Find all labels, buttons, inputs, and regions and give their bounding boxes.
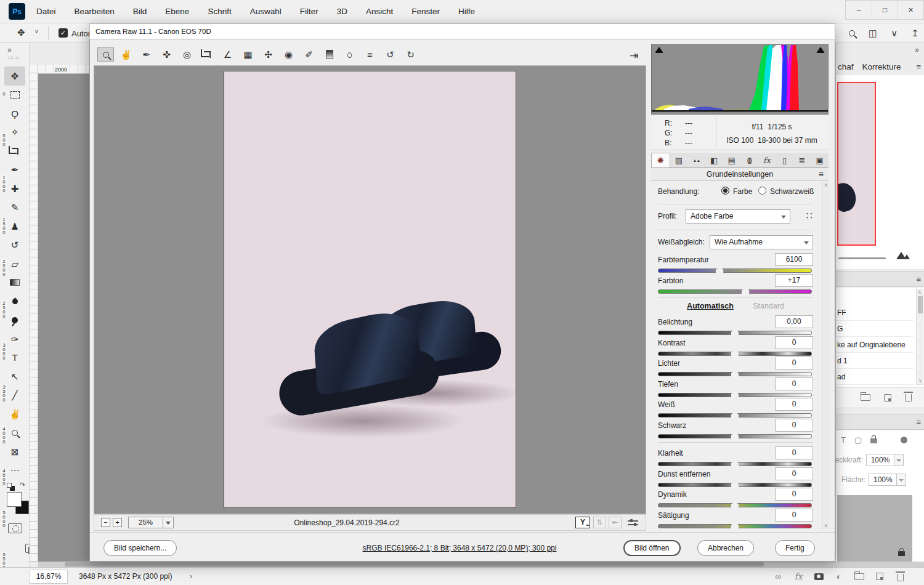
flaeche-chevron[interactable] [897, 474, 906, 486]
preferences-icon[interactable]: ≡ [362, 47, 378, 62]
frame-tool[interactable]: ⊠ [4, 442, 25, 461]
menu-item[interactable]: Ansicht [366, 7, 393, 16]
radial-filter-tool[interactable]: ○ [341, 47, 358, 62]
slider-value-field[interactable]: 0 [775, 336, 813, 349]
slider-thumb[interactable] [731, 501, 739, 509]
tab-teiltonung[interactable]: ▤ [723, 153, 740, 167]
move-tool-icon[interactable]: ✥ [17, 27, 25, 38]
highlight-clip-icon[interactable] [816, 47, 825, 53]
slider-track[interactable] [658, 462, 812, 466]
navigator-thumbnail[interactable] [837, 82, 876, 246]
new-state-icon[interactable] [884, 394, 891, 401]
eyedropper-tool[interactable]: ✒ [4, 161, 25, 180]
open-image-button[interactable]: Bild öffnen [623, 540, 681, 556]
new-layer-icon[interactable] [873, 571, 886, 582]
horizontal-scrollbar[interactable] [38, 562, 924, 567]
adjustment-layer-icon[interactable]: ◐ [833, 571, 845, 582]
lock-frame-icon[interactable]: ▢ [854, 435, 862, 445]
profile-browser-icon[interactable]: ∷ [806, 210, 813, 222]
delete-layer-icon[interactable] [894, 571, 906, 582]
rotate-left-button[interactable]: ↺ [382, 47, 399, 62]
slider-value-field[interactable]: +17 [775, 274, 813, 287]
profil-dropdown[interactable]: Adobe Farbe [686, 209, 790, 224]
blur-tool[interactable] [4, 292, 25, 311]
panel-grip[interactable] [8, 57, 20, 59]
tool-chevron-icon[interactable]: ∨ [34, 28, 39, 34]
slider-thumb[interactable] [731, 350, 739, 357]
quick-mask-icon[interactable] [8, 523, 22, 533]
weissabgleich-dropdown[interactable]: Wie Aufnahme [710, 235, 813, 249]
history-panel-header[interactable]: ≡ [836, 271, 924, 287]
lock-all-icon[interactable] [870, 438, 877, 443]
slider-value-field[interactable]: 0 [775, 509, 813, 522]
line-tool[interactable]: ╱ [4, 386, 25, 405]
deckkraft-value[interactable]: 100% [866, 454, 894, 466]
trash-icon[interactable] [905, 394, 912, 401]
clone-stamp-tool[interactable]: ♟ [4, 217, 25, 236]
rotate-right-button[interactable]: ↻ [402, 47, 419, 62]
farbe-label[interactable]: Farbe [733, 187, 752, 196]
zoom-tool[interactable] [4, 424, 25, 443]
history-scrollbar[interactable]: ∧ ∨ [916, 289, 923, 385]
cancel-button[interactable]: Abbrechen [697, 540, 754, 556]
slider-value-field[interactable]: 0 [775, 398, 813, 411]
slider-track[interactable] [658, 331, 812, 335]
swap-colors-icon[interactable]: ↷ [20, 481, 25, 489]
lasso-tool[interactable]: Ϙ [4, 104, 25, 123]
scroll-down-icon[interactable]: ∨ [918, 378, 922, 384]
adjustment-brush-tool[interactable]: ✐ [301, 47, 317, 62]
menu-item[interactable]: Datei [36, 7, 56, 16]
menu-item[interactable]: Ebene [165, 7, 189, 16]
scroll-down-icon[interactable]: ∨ [822, 523, 830, 528]
dodge-tool[interactable] [4, 311, 25, 330]
toggle-panel-icon[interactable]: ⇥ [630, 49, 638, 62]
layer-mask-icon[interactable] [813, 571, 825, 582]
flaeche-value[interactable]: 100% [869, 474, 897, 486]
zoom-mountain-small-icon[interactable] [904, 254, 910, 259]
slider-track[interactable] [658, 503, 812, 507]
autom-checkbox[interactable]: ✓ [59, 28, 68, 38]
zoom-level-field[interactable]: 16,67% [30, 570, 68, 584]
slider-value-field[interactable]: 0,00 [775, 315, 813, 328]
white-balance-tool[interactable]: ✒ [138, 47, 155, 62]
deckkraft-chevron[interactable] [894, 454, 904, 466]
history-item[interactable]: FF [836, 305, 914, 321]
slider-thumb[interactable] [742, 288, 750, 295]
menu-item[interactable]: Bearbeiten [75, 7, 115, 16]
zoom-out-button[interactable]: − [101, 518, 110, 527]
automatisch-link[interactable]: Automatisch [687, 302, 734, 310]
status-chevron-icon[interactable]: › [190, 571, 192, 581]
slider-thumb[interactable] [716, 267, 724, 274]
link-layers-icon[interactable]: ∞ [772, 571, 784, 582]
slider-value-field[interactable]: 6100 [775, 253, 813, 266]
tab-grundeinstellungen[interactable]: ✺ [651, 153, 670, 167]
save-image-button[interactable]: Bild speichern... [103, 540, 177, 556]
type-tool[interactable]: T [4, 349, 25, 368]
settings-scrollbar[interactable]: ∧ ∨ [822, 181, 830, 530]
healing-brush-tool[interactable]: ✚ [4, 179, 25, 198]
history-item[interactable]: d 1 [836, 353, 914, 369]
slider-track[interactable] [658, 352, 812, 356]
slider-track[interactable] [658, 434, 812, 438]
layer-effects-icon[interactable]: fx [792, 571, 804, 582]
crop-tool[interactable] [4, 142, 25, 161]
history-item[interactable]: G [836, 321, 914, 337]
before-after-toggle[interactable]: Y [575, 517, 590, 528]
color-sampler-tool[interactable]: ✜ [158, 47, 175, 62]
slider-track[interactable] [658, 372, 812, 376]
slider-track[interactable] [658, 393, 812, 397]
collapse-dock-icon[interactable]: » [915, 46, 919, 54]
close-button[interactable]: × [898, 1, 923, 19]
history-item[interactable]: ke auf Originalebene [836, 337, 914, 353]
chevron-down-icon[interactable]: ∨ [891, 28, 898, 39]
copy-settings-button[interactable]: ⇤ [609, 517, 622, 528]
swap-settings-button[interactable]: ⇅ [593, 517, 606, 528]
tab-kamerakalibrierung[interactable]: ▯ [776, 153, 793, 167]
done-button[interactable]: Fertig [775, 540, 815, 556]
slider-thumb[interactable] [731, 391, 739, 398]
crop-tool[interactable] [199, 47, 216, 62]
collapse-panel-icon[interactable]: » [7, 46, 12, 54]
lock-type-icon[interactable]: T [841, 435, 846, 445]
maximize-button[interactable]: □ [872, 1, 898, 19]
slider-thumb[interactable] [731, 522, 739, 530]
